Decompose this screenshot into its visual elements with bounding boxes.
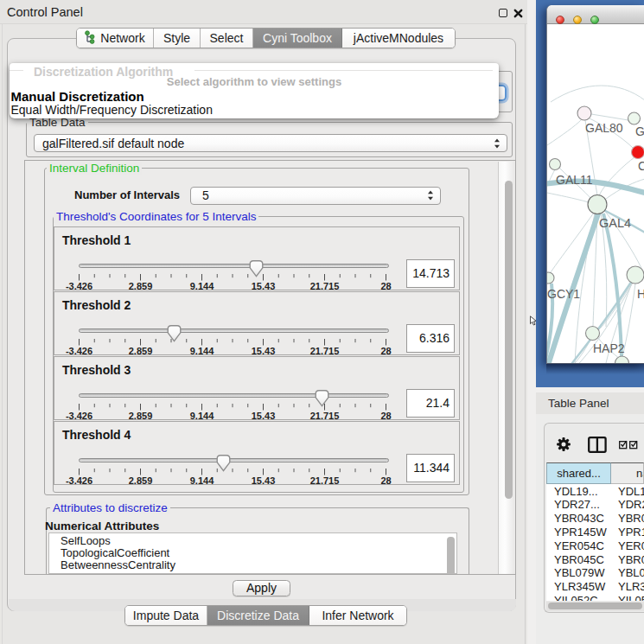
svg-text:GA: GA (635, 124, 644, 138)
svg-text:HAP2: HAP2 (593, 341, 625, 355)
svg-text:GAL80: GAL80 (585, 121, 623, 135)
svg-text:GAL11: GAL11 (556, 173, 593, 187)
svg-text:GAL4: GAL4 (599, 216, 631, 230)
svg-text:GCY1: GCY1 (547, 287, 580, 301)
svg-text:HA: HA (637, 287, 644, 301)
svg-text:CD: CD (638, 159, 644, 173)
